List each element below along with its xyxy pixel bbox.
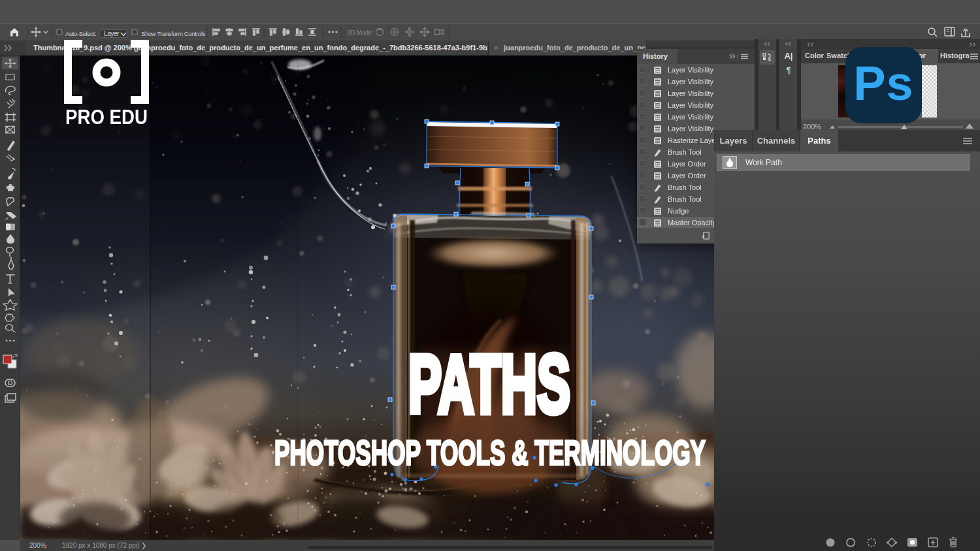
svg-text:PRO EDU: PRO EDU: [65, 106, 148, 129]
svg-text:PATHS: PATHS: [408, 338, 570, 430]
svg-text:PHOTOSHOP TOOLS & TERMINOLOGY: PHOTOSHOP TOOLS & TERMINOLOGY: [274, 433, 706, 472]
